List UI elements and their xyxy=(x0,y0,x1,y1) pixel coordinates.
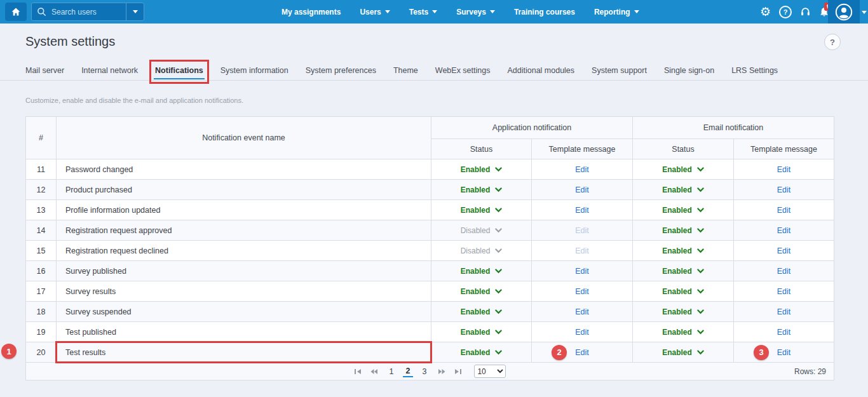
email-status-value: Enabled xyxy=(662,226,692,235)
tab-additional-modules[interactable]: Additional modules xyxy=(507,66,574,75)
email-template-edit-link[interactable]: Edit xyxy=(777,246,791,255)
chevron-down-icon xyxy=(697,187,704,192)
app-status-dropdown[interactable]: Enabled xyxy=(431,322,531,342)
tab-internal-network[interactable]: Internal network xyxy=(81,66,138,75)
app-status-cell: Disabled xyxy=(431,220,532,241)
page-help-button[interactable]: ? xyxy=(824,34,841,50)
app-template-edit-link[interactable]: Edit xyxy=(575,185,589,194)
chevron-down-icon xyxy=(495,228,502,233)
email-status-dropdown[interactable]: Enabled xyxy=(633,261,733,281)
email-status-dropdown[interactable]: Enabled xyxy=(633,159,733,179)
tab-webex-settings[interactable]: WebEx settings xyxy=(435,66,491,75)
nav-item-reporting[interactable]: Reporting xyxy=(594,8,639,17)
app-template-edit-link[interactable]: Edit xyxy=(575,348,589,357)
pager-first-button[interactable] xyxy=(354,368,362,375)
tab-notifications[interactable]: Notifications xyxy=(155,66,203,75)
email-status-dropdown[interactable]: Enabled xyxy=(633,200,733,220)
event-name-cell: Survey results xyxy=(57,281,431,302)
support-button[interactable] xyxy=(800,7,811,17)
page-button-1[interactable]: 1 xyxy=(386,367,397,377)
app-status-cell: Enabled xyxy=(431,200,532,220)
app-status-cell: Enabled xyxy=(431,342,532,363)
app-status-dropdown[interactable]: Enabled xyxy=(431,159,531,179)
app-status-dropdown[interactable]: Enabled xyxy=(431,342,531,362)
user-search-box xyxy=(31,3,144,21)
pager-prev-button[interactable] xyxy=(370,368,378,375)
chevron-down-icon xyxy=(432,10,437,13)
nav-item-tests[interactable]: Tests xyxy=(409,8,437,17)
app-status-dropdown[interactable]: Enabled xyxy=(431,302,531,321)
row-number-cell: 19 xyxy=(26,322,57,342)
email-template-edit-link[interactable]: Edit xyxy=(777,185,791,194)
settings-button[interactable]: ⚙ xyxy=(760,6,771,18)
email-status-dropdown[interactable]: Enabled xyxy=(633,281,733,301)
email-status-dropdown[interactable]: Enabled xyxy=(633,322,733,342)
row-number-cell: 15 xyxy=(26,241,57,261)
app-status-cell: Enabled xyxy=(431,159,532,180)
email-template-cell-content: Edit xyxy=(734,241,834,260)
page-button-2[interactable]: 2 xyxy=(403,366,414,377)
tab-single-sign-on[interactable]: Single sign-on xyxy=(664,66,714,75)
nav-item-training-courses[interactable]: Training courses xyxy=(514,8,575,17)
email-status-dropdown[interactable]: Enabled xyxy=(633,220,733,240)
tab-system-preferences[interactable]: System preferences xyxy=(306,66,376,75)
nav-item-my-assignments[interactable]: My assignments xyxy=(281,8,341,17)
email-template-edit-link[interactable]: Edit xyxy=(777,307,791,316)
email-template-cell-content: Edit xyxy=(734,302,834,321)
email-template-cell-content: Edit xyxy=(734,200,834,220)
tab-lrs-settings[interactable]: LRS Settings xyxy=(731,66,778,75)
app-status-value: Enabled xyxy=(461,165,491,174)
email-template-edit-link[interactable]: Edit xyxy=(777,348,791,357)
app-template-edit-link[interactable]: Edit xyxy=(575,206,589,215)
email-template-cell-content: Edit xyxy=(734,322,834,342)
tab-system-information[interactable]: System information xyxy=(220,66,288,75)
app-template-edit-link[interactable]: Edit xyxy=(575,287,589,296)
email-template-edit-link[interactable]: Edit xyxy=(777,287,791,296)
email-status-dropdown[interactable]: Enabled xyxy=(633,302,733,321)
col-header-app-status: Status xyxy=(431,139,532,159)
app-status-dropdown[interactable]: Disabled xyxy=(431,241,531,260)
app-status-dropdown[interactable]: Enabled xyxy=(431,281,531,301)
chevron-down-icon xyxy=(697,208,704,213)
help-button[interactable]: ? xyxy=(779,6,792,18)
app-template-cell-content: Edit xyxy=(532,241,632,260)
col-header-app-template: Template message xyxy=(532,139,633,159)
email-template-edit-link[interactable]: Edit xyxy=(777,267,791,276)
tab-mail-server[interactable]: Mail server xyxy=(25,66,64,75)
event-name-cell: Registration request approved xyxy=(57,220,431,241)
email-template-edit-link[interactable]: Edit xyxy=(777,226,791,235)
tab-theme[interactable]: Theme xyxy=(393,66,418,75)
search-input[interactable] xyxy=(50,7,126,17)
search-options-button[interactable] xyxy=(126,3,144,20)
nav-item-surveys[interactable]: Surveys xyxy=(456,8,495,17)
email-status-dropdown[interactable]: Enabled xyxy=(633,180,733,199)
app-template-edit-link[interactable]: Edit xyxy=(575,267,589,276)
pager-last-button[interactable] xyxy=(454,368,462,375)
app-status-dropdown[interactable]: Enabled xyxy=(431,180,531,199)
email-status-cell: Enabled xyxy=(633,159,734,180)
nav-item-users[interactable]: Users xyxy=(360,8,390,17)
chevron-down-icon xyxy=(490,10,495,13)
app-template-edit-link[interactable]: Edit xyxy=(575,165,589,174)
row-number-cell: 13 xyxy=(26,200,57,220)
account-caret-icon[interactable] xyxy=(862,11,867,14)
app-template-edit-link[interactable]: Edit xyxy=(575,307,589,316)
page-size-select[interactable]: 10 xyxy=(474,365,506,378)
app-template-edit-link[interactable]: Edit xyxy=(575,328,589,337)
pager-next-button[interactable] xyxy=(438,368,446,375)
account-menu-button[interactable] xyxy=(828,0,860,24)
home-button[interactable] xyxy=(5,3,27,21)
row-number-cell: 16 xyxy=(26,261,57,281)
email-template-edit-link[interactable]: Edit xyxy=(777,165,791,174)
tab-system-support[interactable]: System support xyxy=(592,66,647,75)
app-status-dropdown[interactable]: Disabled xyxy=(431,220,531,240)
chevron-down-icon xyxy=(495,289,502,294)
email-template-edit-link[interactable]: Edit xyxy=(777,206,791,215)
app-status-dropdown[interactable]: Enabled xyxy=(431,261,531,281)
app-status-dropdown[interactable]: Enabled xyxy=(431,200,531,220)
email-status-dropdown[interactable]: Enabled xyxy=(633,342,733,362)
email-status-dropdown[interactable]: Enabled xyxy=(633,241,733,260)
email-template-edit-link[interactable]: Edit xyxy=(777,328,791,337)
page-button-3[interactable]: 3 xyxy=(419,367,430,377)
annotation-box-event-name xyxy=(55,341,432,363)
